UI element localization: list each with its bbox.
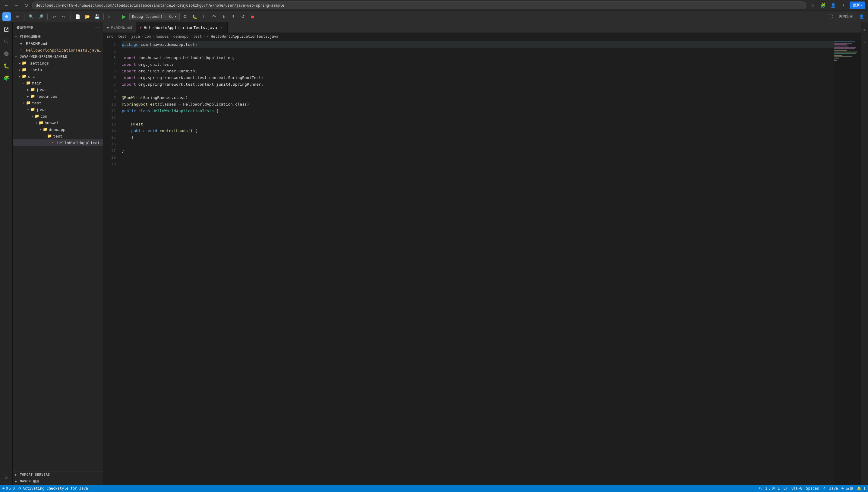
tomcat-section[interactable]: ▶ TOMCAT SERVERS <box>12 471 103 478</box>
hamburger-menu[interactable]: ☰ <box>13 13 22 21</box>
line-ending-label: LF <box>784 486 788 491</box>
stop-btn[interactable]: ◼ <box>249 13 257 21</box>
theia-chevron: ▶ <box>18 68 22 72</box>
address-bar[interactable]: devcloud.cn-north-4.huaweicloud.com/clou… <box>32 1 806 9</box>
code-line-9: @RunWith(SpringRunner.class) <box>122 94 834 101</box>
tree-test-root[interactable]: ▾ 📁 test <box>12 100 103 106</box>
open-btn[interactable]: 📂 <box>83 13 91 21</box>
continue-btn[interactable]: ↺ <box>239 13 247 21</box>
tree-settings[interactable]: ▶ 📁 .settings <box>12 60 103 66</box>
code-content[interactable]: package com.huawei.demoapp.test; import … <box>118 40 834 485</box>
fullscreen-btn[interactable]: ⛶ <box>826 13 835 21</box>
tree-com[interactable]: ▾ 📁 com <box>12 113 103 120</box>
line-number-5: 5 <box>103 68 116 74</box>
update-button[interactable]: 更新 › <box>850 1 865 9</box>
tree-src[interactable]: ▾ 📁 src <box>12 73 103 80</box>
breadcrumb-filename[interactable]: ⚡ HelloWorldApplicationTests.java <box>206 34 278 39</box>
extension-button[interactable]: 🧩 <box>819 1 827 10</box>
back-button[interactable]: ← <box>3 2 10 9</box>
redo-btn[interactable]: ↪ <box>60 13 68 21</box>
status-line-col[interactable]: 行 1 , 列 1 <box>759 486 780 491</box>
close-instance-button[interactable]: 关闭实例 <box>836 13 856 20</box>
tree-main-java[interactable]: ▶ 📁 java <box>12 86 103 93</box>
search-toolbar-btn[interactable]: 🔍 <box>27 13 35 21</box>
bookmark-button[interactable]: ☆ <box>809 1 817 10</box>
account-btn[interactable]: 👤 <box>857 13 866 21</box>
open-file-helloworldtests[interactable]: ⚡ HelloWorldApplicationTests.java sr... <box>12 47 103 53</box>
breadcrumb-test-1[interactable]: test <box>118 34 127 39</box>
chrome-icons: ☆ 🧩 👤 ⋮ 更新 › <box>809 1 865 10</box>
project-label: JAVA-WEB-SPRING-SAMPLE <box>20 55 67 58</box>
breadcrumb-demoapp[interactable]: demoapp <box>173 34 189 39</box>
right-panel-btn-1[interactable]: ⊞ <box>862 24 868 35</box>
activity-settings[interactable]: ⚙ <box>1 472 12 483</box>
status-line-ending[interactable]: LF <box>784 486 788 491</box>
activity-search[interactable] <box>1 36 12 47</box>
status-feedback[interactable]: ⊙ 反馈 <box>841 486 853 491</box>
tree-main[interactable]: ▾ 📁 main <box>12 80 103 86</box>
status-sync[interactable]: ⟳ Activating Checkstyle for Java <box>18 486 88 491</box>
editor-area: ◈ README.md ⚡ HelloWorldApplicationTests… <box>103 22 861 485</box>
main-label: main <box>32 81 41 85</box>
activity-explorer[interactable] <box>1 24 12 35</box>
save-btn[interactable]: 💾 <box>93 13 101 21</box>
step-out-btn[interactable]: ↟ <box>229 13 237 21</box>
src-chevron: ▾ <box>18 75 22 78</box>
huawei-label: huawei <box>45 121 59 125</box>
sidebar-more-btn[interactable]: ⋯ <box>94 25 99 30</box>
profile-button[interactable]: 👤 <box>829 1 838 10</box>
breadcrumb-huawei[interactable]: huawei <box>156 34 169 39</box>
settings-gear-btn[interactable]: ⚙ <box>181 13 189 21</box>
code-line-4: import org.junit.Test; <box>122 61 834 68</box>
tree-resources[interactable]: ▶ 📁 resources <box>12 93 103 100</box>
debug-btn[interactable]: 🐛 <box>190 13 199 21</box>
tree-theia[interactable]: ▶ 📁 .theia <box>12 66 103 73</box>
step-in-btn[interactable]: ↡ <box>220 13 228 21</box>
undo-btn[interactable]: ↩ <box>50 13 58 21</box>
line-number-9: 9 <box>103 94 116 101</box>
run-button[interactable]: ▶ <box>120 13 128 21</box>
warning-icon: ⚠ <box>9 486 11 491</box>
breadcrumb-src[interactable]: src <box>107 34 113 39</box>
activity-debug[interactable]: 🐛 <box>1 60 12 71</box>
status-language[interactable]: Java <box>829 486 838 491</box>
tree-test-leaf[interactable]: ▾ 📁 test <box>12 133 103 139</box>
breadcrumb-java[interactable]: java <box>131 34 140 39</box>
status-notification[interactable]: 🔔 1 <box>857 486 866 491</box>
settings-button[interactable]: ⋮ <box>839 1 848 10</box>
tree-helloworld-test-file[interactable]: ⚡ HelloWorldApplicationTest... <box>12 139 103 146</box>
breadcrumb-com[interactable]: com <box>145 34 151 39</box>
search2-toolbar-btn[interactable]: 🔎 <box>36 13 45 21</box>
step-over-btn[interactable]: ↷ <box>210 13 218 21</box>
open-file-readme[interactable]: ◈ README.md <box>12 40 103 47</box>
theia-label: .theia <box>28 68 42 72</box>
activity-git[interactable] <box>1 48 12 59</box>
test-java-chevron: ▾ <box>26 108 30 111</box>
status-encoding[interactable]: UTF-8 <box>791 486 802 491</box>
new-file-btn[interactable]: 📄 <box>73 13 82 21</box>
tree-huawei[interactable]: ▾ 📁 huawei <box>12 120 103 126</box>
open-editors-section[interactable]: ▾ 打开的编辑器 <box>12 33 103 40</box>
test-java-label: java <box>36 107 46 112</box>
breadcrumb-test-2[interactable]: test <box>193 34 202 39</box>
tab-helloworld[interactable]: ⚡ HelloWorldApplicationTests.java ✕ <box>136 22 227 32</box>
project-section[interactable]: ▾ JAVA-WEB-SPRING-SAMPLE <box>12 53 103 60</box>
debug-config-selector[interactable]: Debug (Launch) - Cu ▾ <box>129 13 180 20</box>
separator-3 <box>71 14 71 20</box>
right-panel-btn-2[interactable]: ≡ <box>862 35 868 48</box>
huawei-icon: 📁 <box>39 120 44 125</box>
activity-extensions[interactable]: 🧩 <box>1 72 12 83</box>
tab-readme[interactable]: ◈ README.md <box>103 22 136 32</box>
tab-helloworld-close[interactable]: ✕ <box>219 25 224 30</box>
test-leaf-label: test <box>53 134 62 139</box>
tree-demoapp[interactable]: ▾ 📁 demoapp <box>12 126 103 133</box>
terminal-btn[interactable]: >_ <box>106 13 114 21</box>
tree-test-java[interactable]: ▾ 📁 java <box>12 106 103 113</box>
status-errors[interactable]: ⊗ 0 ⚠ 0 <box>2 486 15 491</box>
status-indent[interactable]: Spaces: 4 <box>806 486 825 491</box>
forward-button[interactable]: → <box>12 2 20 9</box>
reload-button[interactable]: ↻ <box>22 2 29 9</box>
pause-btn[interactable]: ⏸ <box>200 13 209 21</box>
error-count: 0 <box>6 486 8 491</box>
maven-section[interactable]: ▶ MAVEN 项目 <box>12 478 103 485</box>
